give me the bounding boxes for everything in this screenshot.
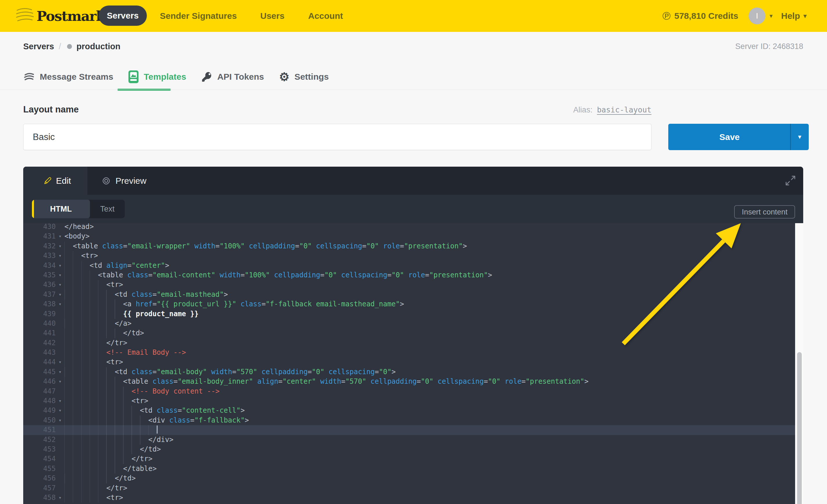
alias-label: Alias: <box>573 106 592 114</box>
code-line[interactable]: 440</a> <box>23 319 795 328</box>
nav-account[interactable]: Account <box>308 0 343 32</box>
code-line[interactable]: 455</table> <box>23 464 795 473</box>
code-line[interactable]: 444▾<tr> <box>23 357 795 367</box>
code-line[interactable]: 447<!-- Body content --> <box>23 387 795 396</box>
editor-header: Edit Preview <box>23 167 803 195</box>
alias-row: Alias: basic-layout <box>573 106 651 114</box>
code-editor[interactable]: 430</head>431▾<body>432▾<table class="em… <box>23 223 803 504</box>
fold-caret-icon[interactable]: ▾ <box>56 415 64 425</box>
code-line[interactable]: 454</tr> <box>23 454 795 464</box>
fold-caret-icon[interactable]: ▾ <box>56 493 64 503</box>
line-number: 430 <box>23 223 56 232</box>
code-text: <body> <box>64 232 795 241</box>
code-text: <!-- Body content --> <box>64 387 795 396</box>
fold-caret-icon[interactable]: ▾ <box>56 232 64 241</box>
expand-editor-icon[interactable] <box>785 175 796 186</box>
code-line[interactable]: 437▾<td class="email-masthead"> <box>23 290 795 299</box>
code-line[interactable]: 435▾<table class="email-content" width="… <box>23 270 795 280</box>
avatar[interactable]: I <box>749 7 766 24</box>
code-line[interactable]: 446▾<table class="email-body_inner" alig… <box>23 377 795 386</box>
avatar-initial: I <box>756 11 758 20</box>
save-button[interactable]: Save ▼ <box>668 124 809 150</box>
tab-preview[interactable]: Preview <box>96 167 152 195</box>
code-line[interactable]: 441</td> <box>23 328 795 338</box>
code-area[interactable]: 430</head>431▾<body>432▾<table class="em… <box>23 223 795 503</box>
help-label: Help <box>781 11 800 21</box>
code-line[interactable]: 443<!-- Email Body --> <box>23 348 795 357</box>
fold-caret-icon[interactable]: ▾ <box>56 270 64 280</box>
breadcrumb-separator: / <box>59 42 61 51</box>
fold-caret-icon[interactable]: ▾ <box>56 406 64 415</box>
fold-caret-icon[interactable]: ▾ <box>56 377 64 386</box>
server-tabs-row: Message Streams Templates <box>0 63 827 90</box>
code-text: </div> <box>64 435 795 445</box>
text-tab-label: Text <box>100 205 115 214</box>
code-line[interactable]: 436▾<tr> <box>23 280 795 289</box>
code-text: <a href="{{ product_url }}" class="f-fal… <box>64 299 795 309</box>
fold-spacer <box>56 319 64 328</box>
html-tab-label: HTML <box>50 205 72 214</box>
code-line[interactable]: 432▾<table class="email-wrapper" width="… <box>23 241 795 251</box>
code-text: <table class="email-wrapper" width="100%… <box>64 241 795 251</box>
tab-settings[interactable]: ⚙ Settings <box>279 63 329 90</box>
tab-edit[interactable]: Edit <box>23 167 87 195</box>
fold-caret-icon[interactable]: ▾ <box>56 357 64 367</box>
fold-caret-icon[interactable]: ▾ <box>56 396 64 406</box>
code-line[interactable]: 453</td> <box>23 445 795 454</box>
insert-content-button[interactable]: Insert content <box>734 205 795 219</box>
fold-caret-icon[interactable]: ▾ <box>56 280 64 289</box>
code-line[interactable]: 452</div> <box>23 435 795 445</box>
alias-value-link[interactable]: basic-layout <box>597 106 651 114</box>
code-line[interactable]: 438▾<a href="{{ product_url }}" class="f… <box>23 299 795 309</box>
account-menu-caret-icon[interactable]: ▾ <box>770 0 773 32</box>
line-number: 450 <box>23 415 56 425</box>
breadcrumb: Servers / production <box>23 42 120 51</box>
code-line[interactable]: 445▾<td class="email-body" width="570" c… <box>23 367 795 377</box>
tab-message-streams[interactable]: Message Streams <box>23 63 113 90</box>
templates-icon <box>128 70 139 83</box>
editor-scrollbar-thumb[interactable] <box>797 352 802 504</box>
fold-caret-icon[interactable]: ▾ <box>56 241 64 251</box>
code-line[interactable]: 456</td> <box>23 473 795 483</box>
fold-caret-icon[interactable]: ▾ <box>56 290 64 299</box>
line-number: 457 <box>23 484 56 493</box>
postmark-logo[interactable]: Postmark <box>15 0 105 32</box>
line-number: 454 <box>23 454 56 464</box>
code-text: </table> <box>64 464 795 473</box>
code-line[interactable]: 439{{ product_name }} <box>23 309 795 319</box>
code-line[interactable]: 434▾<td align="center"> <box>23 261 795 270</box>
code-line[interactable]: 450▾<div class="f-fallback"> <box>23 415 795 425</box>
breadcrumb-servers-link[interactable]: Servers <box>23 42 54 51</box>
mode-tab-html[interactable]: HTML <box>32 200 90 218</box>
tab-label: API Tokens <box>217 72 264 82</box>
credits-balance[interactable]: ℗ 578,810 Credits <box>663 0 738 32</box>
code-line[interactable]: 442</tr> <box>23 338 795 348</box>
nav-sender-signatures[interactable]: Sender Signatures <box>160 0 237 32</box>
mode-tab-text[interactable]: Text <box>90 200 125 218</box>
code-line[interactable]: 449▾<td class="content-cell"> <box>23 406 795 415</box>
layout-name-input[interactable] <box>23 124 651 150</box>
fold-caret-icon[interactable]: ▾ <box>56 251 64 261</box>
fold-caret-icon[interactable]: ▾ <box>56 367 64 377</box>
nav-servers[interactable]: Servers <box>99 5 147 26</box>
save-dropdown-caret-icon[interactable]: ▼ <box>791 124 809 150</box>
nav-users[interactable]: Users <box>260 0 284 32</box>
code-line[interactable]: 433▾<tr> <box>23 251 795 261</box>
code-line[interactable]: 458▾<tr> <box>23 493 795 503</box>
fold-spacer <box>56 464 64 473</box>
code-line[interactable]: 431▾<body> <box>23 232 795 241</box>
line-number: 434 <box>23 261 56 270</box>
code-line[interactable]: 451 <box>23 425 795 435</box>
tab-api-tokens[interactable]: API Tokens <box>201 63 264 90</box>
help-menu[interactable]: Help ▾ <box>781 0 807 32</box>
code-line[interactable]: 430</head> <box>23 223 795 232</box>
code-line[interactable]: 457</tr> <box>23 484 795 493</box>
code-line[interactable]: 448▾<tr> <box>23 396 795 406</box>
fold-caret-icon[interactable]: ▾ <box>56 261 64 270</box>
editor-scrollbar-track[interactable] <box>795 223 803 504</box>
tab-templates[interactable]: Templates <box>128 63 186 90</box>
fold-caret-icon[interactable]: ▾ <box>56 299 64 309</box>
mode-switcher: HTML Text <box>32 200 125 218</box>
topbar: Postmark Servers Sender Signatures Users… <box>0 0 827 32</box>
line-number: 441 <box>23 328 56 338</box>
